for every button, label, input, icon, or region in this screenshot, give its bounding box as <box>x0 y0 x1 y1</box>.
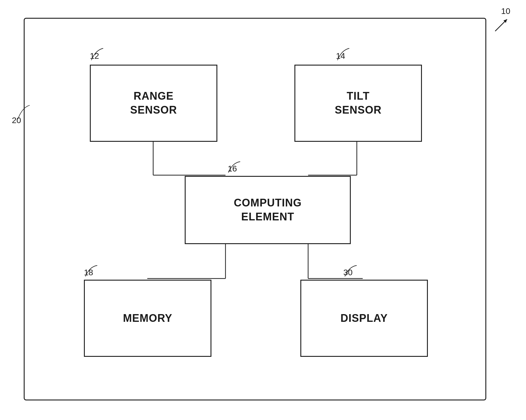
outer-system-box: RANGESENSOR 12 TILTSENSOR 14 COMPUTINGEL… <box>24 18 486 400</box>
figure-label-10: 10 <box>501 7 510 16</box>
tilt-sensor-label: TILTSENSOR <box>335 89 382 117</box>
range-sensor-label: RANGESENSOR <box>130 89 177 117</box>
page-container: 10 RANGESE <box>0 0 526 420</box>
ref-arrow-18 <box>81 264 105 279</box>
ref-arrow-14 <box>333 47 357 63</box>
display-box: DISPLAY <box>300 280 428 357</box>
ref-arrow-30 <box>340 264 364 279</box>
memory-box: MEMORY <box>84 280 211 357</box>
ref-arrow-12 <box>87 47 111 63</box>
range-sensor-box: RANGESENSOR <box>90 65 217 142</box>
tilt-sensor-box: TILTSENSOR <box>294 65 422 142</box>
computing-element-label: COMPUTINGELEMENT <box>234 196 302 224</box>
ref-arrow-20 <box>13 104 37 122</box>
display-label: DISPLAY <box>340 311 388 325</box>
computing-element-box: COMPUTINGELEMENT <box>185 176 351 244</box>
memory-label: MEMORY <box>123 311 173 325</box>
figure-10-arrow <box>492 16 510 34</box>
ref-arrow-16 <box>224 160 248 175</box>
